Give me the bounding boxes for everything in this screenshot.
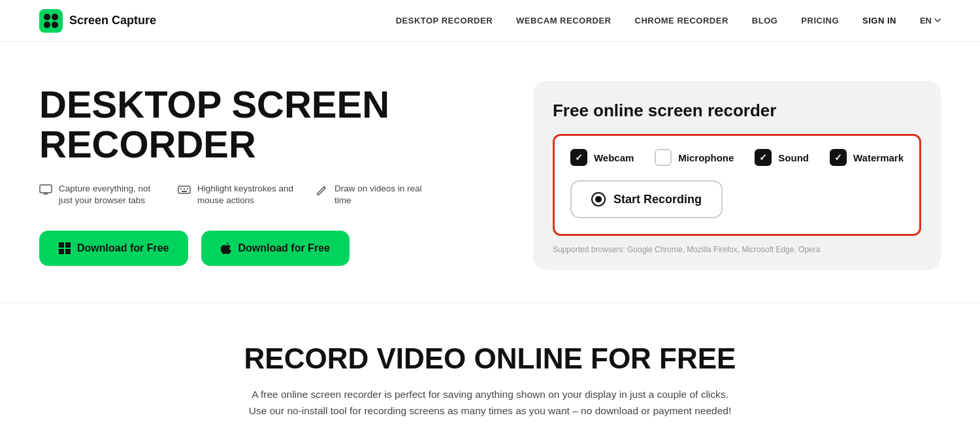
sound-label: Sound [778, 152, 809, 163]
chevron-down-icon [934, 18, 941, 23]
pencil-icon [316, 184, 328, 196]
svg-rect-5 [40, 185, 52, 193]
hero-left: DESKTOP SCREEN RECORDER Capture everythi… [39, 85, 457, 267]
download-buttons: Download for Free Download for Free [39, 231, 457, 266]
svg-rect-11 [59, 242, 64, 248]
start-recording-label: Start Recording [613, 193, 702, 206]
nav-blog[interactable]: BLOG [752, 16, 778, 25]
apple-icon [221, 242, 231, 254]
sound-checkbox-box[interactable]: ✓ [755, 149, 772, 166]
webcam-checkmark: ✓ [575, 152, 583, 163]
header: Screen Capture DESKTOP RECORDER WEBCAM R… [0, 0, 980, 42]
feature-item-3: Draw on videos in real time [316, 183, 434, 208]
hero-features: Capture everything, not just your browse… [39, 183, 457, 208]
lang-selector[interactable]: EN [920, 16, 941, 25]
hero-section: DESKTOP SCREEN RECORDER Capture everythi… [0, 42, 980, 302]
bottom-description: A free online screen recorder is perfect… [242, 387, 738, 419]
nav-webcam-recorder[interactable]: WEBCAM RECORDER [516, 16, 611, 25]
watermark-checkbox[interactable]: ✓ Watermark [830, 149, 904, 166]
microphone-label: Microphone [678, 152, 734, 163]
svg-point-1 [44, 14, 50, 20]
start-recording-button[interactable]: Start Recording [570, 180, 723, 218]
download-mac-label: Download for Free [238, 242, 329, 254]
main-nav: DESKTOP RECORDER WEBCAM RECORDER CHROME … [396, 16, 941, 25]
keyboard-icon [178, 184, 191, 195]
microphone-checkbox-box[interactable] [655, 149, 672, 166]
webcam-checkbox-box[interactable]: ✓ [570, 149, 587, 166]
logo-text: Screen Capture [69, 14, 156, 27]
svg-rect-8 [184, 188, 185, 189]
sound-checkmark: ✓ [759, 152, 767, 163]
hero-right: Free online screen recorder ✓ Webcam Mic… [533, 81, 941, 270]
recorder-card: Free online screen recorder ✓ Webcam Mic… [533, 81, 941, 270]
watermark-checkmark: ✓ [834, 152, 842, 163]
svg-point-4 [52, 22, 58, 28]
svg-point-3 [44, 22, 50, 28]
logo-icon [39, 9, 63, 33]
webcam-label: Webcam [594, 152, 634, 163]
record-dot [595, 196, 602, 203]
recorder-card-title: Free online screen recorder [553, 101, 921, 121]
download-mac-button[interactable]: Download for Free [201, 231, 349, 266]
svg-point-2 [52, 14, 58, 20]
nav-sign-in[interactable]: SIGN IN [862, 16, 896, 25]
nav-pricing[interactable]: PRICING [801, 16, 839, 25]
bottom-title: RECORD VIDEO ONLINE FOR FREE [39, 342, 941, 375]
bottom-section: RECORD VIDEO ONLINE FOR FREE A free onli… [0, 302, 980, 441]
lang-label: EN [920, 16, 932, 25]
windows-icon [59, 242, 71, 254]
watermark-checkbox-box[interactable]: ✓ [830, 149, 847, 166]
svg-rect-7 [180, 188, 182, 189]
sound-checkbox[interactable]: ✓ Sound [755, 149, 809, 166]
feature-text-2: Highlight keystrokes and mouse actions [197, 183, 295, 208]
monitor-icon [39, 184, 52, 195]
recorder-options-box: ✓ Webcam Microphone ✓ Sound [553, 134, 921, 236]
download-windows-button[interactable]: Download for Free [39, 231, 188, 266]
svg-rect-10 [182, 191, 187, 192]
feature-item-2: Highlight keystrokes and mouse actions [178, 183, 295, 208]
feature-text-3: Draw on videos in real time [335, 183, 434, 208]
logo[interactable]: Screen Capture [39, 9, 156, 33]
record-icon [591, 192, 606, 206]
watermark-label: Watermark [853, 152, 904, 163]
webcam-checkbox[interactable]: ✓ Webcam [570, 149, 634, 166]
svg-rect-6 [178, 186, 190, 193]
feature-item-1: Capture everything, not just your browse… [39, 183, 157, 208]
feature-text-1: Capture everything, not just your browse… [59, 183, 157, 208]
nav-chrome-recorder[interactable]: CHROME RECORDER [635, 16, 728, 25]
svg-rect-12 [65, 242, 71, 248]
download-windows-label: Download for Free [77, 242, 169, 254]
svg-rect-9 [187, 188, 188, 189]
nav-desktop-recorder[interactable]: DESKTOP RECORDER [396, 16, 493, 25]
microphone-checkbox[interactable]: Microphone [655, 149, 734, 166]
svg-rect-14 [65, 249, 71, 254]
svg-rect-0 [39, 9, 63, 33]
svg-rect-13 [59, 249, 64, 254]
hero-title: DESKTOP SCREEN RECORDER [39, 85, 457, 165]
supported-browsers: Supported browsers: Google Chrome, Mozil… [553, 245, 921, 254]
recorder-checkboxes: ✓ Webcam Microphone ✓ Sound [570, 149, 904, 166]
